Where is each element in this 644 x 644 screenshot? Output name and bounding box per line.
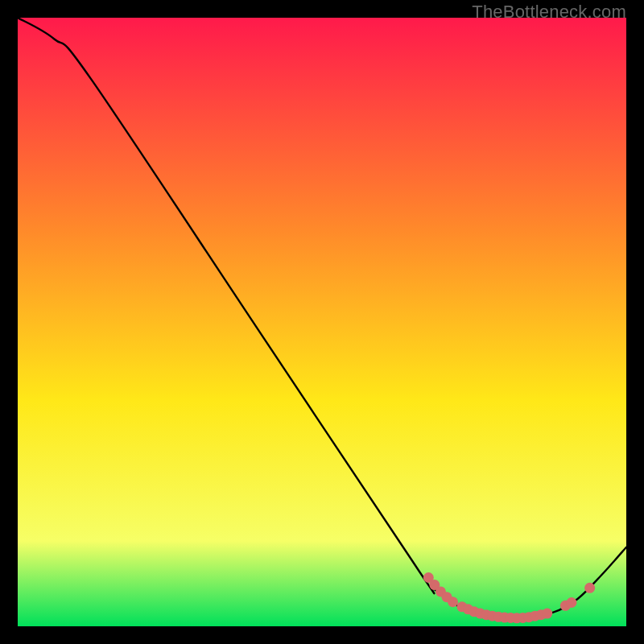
data-marker xyxy=(542,609,552,619)
data-marker xyxy=(566,597,576,608)
chart-svg xyxy=(18,18,626,626)
data-marker xyxy=(584,583,595,593)
plot-area xyxy=(18,18,626,626)
gradient-background xyxy=(18,18,626,626)
chart-stage: TheBottleneck.com xyxy=(0,0,644,644)
data-marker xyxy=(448,597,458,607)
